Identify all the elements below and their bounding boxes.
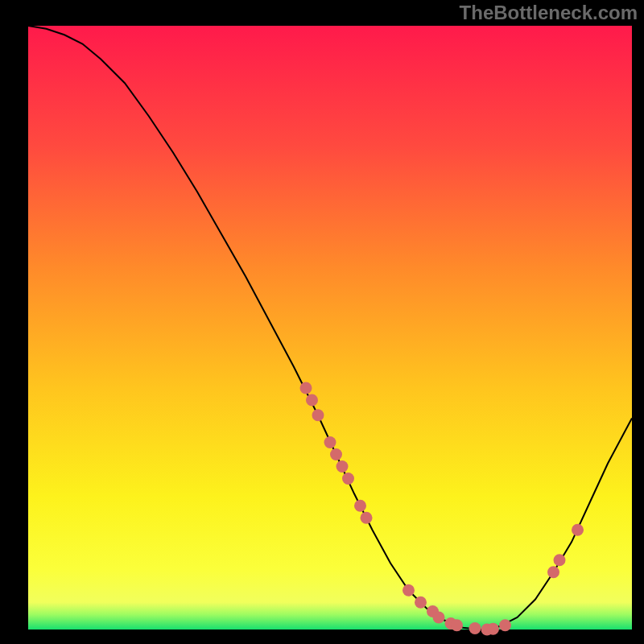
marker-point: [572, 524, 584, 536]
marker-point: [547, 566, 559, 578]
marker-point: [487, 623, 499, 635]
marker-point: [361, 512, 373, 524]
marker-point: [330, 448, 342, 460]
marker-point: [499, 619, 511, 631]
watermark-text: TheBottleneck.com: [460, 2, 638, 24]
marker-point: [554, 554, 566, 566]
marker-point: [402, 584, 415, 597]
marker-point: [336, 460, 349, 473]
chart-canvas: [0, 0, 644, 644]
marker-point: [354, 500, 366, 512]
plot-background: [28, 26, 632, 630]
marker-point: [415, 597, 427, 609]
marker-point: [469, 622, 481, 634]
chart-frame: TheBottleneck.com: [0, 0, 644, 644]
marker-point: [433, 612, 445, 624]
marker-point: [306, 394, 318, 407]
marker-point: [451, 619, 463, 631]
marker-point: [342, 473, 354, 485]
marker-point: [312, 409, 324, 421]
marker-point: [324, 436, 336, 448]
marker-point: [300, 382, 312, 394]
